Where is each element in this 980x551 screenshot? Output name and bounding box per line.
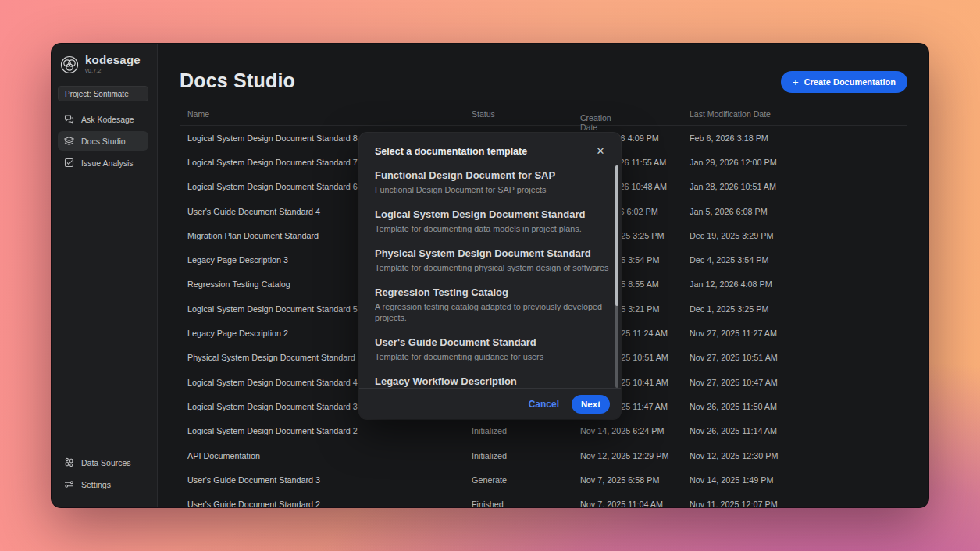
project-label: Project: Sontimate bbox=[65, 90, 129, 98]
next-button[interactable]: Next bbox=[572, 395, 610, 414]
template-title: Legacy Workflow Description bbox=[375, 375, 610, 388]
plus-icon: + bbox=[793, 77, 799, 87]
sidebar-item-label: Docs Studio bbox=[81, 137, 126, 146]
doc-name: API Documentation bbox=[187, 451, 260, 460]
doc-status: Initialized bbox=[472, 451, 507, 460]
sidebar-footer-nav: Data Sources Settings bbox=[58, 453, 148, 496]
template-option-legacy-workflow[interactable]: Legacy Workflow Description Template for… bbox=[375, 375, 610, 388]
doc-modified: Nov 27, 2025 10:47 AM bbox=[690, 378, 778, 387]
sidebar-item-label: Settings bbox=[81, 480, 111, 489]
table-header: Name Status Creation Date↓ Last Modifica… bbox=[180, 105, 907, 126]
template-option-users-guide[interactable]: User's Guide Document Standard Template … bbox=[375, 336, 610, 362]
column-header-status[interactable]: Status bbox=[472, 109, 495, 119]
doc-modified: Nov 27, 2025 10:51 AM bbox=[690, 353, 778, 362]
template-description: A regression testing catalog adapted to … bbox=[375, 301, 610, 323]
template-description: Template for documenting data models in … bbox=[375, 223, 610, 234]
template-description: Template for documenting guidance for us… bbox=[375, 351, 610, 362]
template-title: Physical System Design Document Standard bbox=[375, 247, 610, 260]
doc-name: Logical System Design Document Standard … bbox=[187, 304, 358, 314]
check-square-icon bbox=[64, 158, 74, 168]
doc-modified: Nov 26, 2025 11:14 AM bbox=[690, 426, 777, 435]
sidebar-item-docs-studio[interactable]: Docs Studio bbox=[58, 131, 148, 151]
doc-name: Logical System Design Document Standard … bbox=[187, 182, 358, 191]
doc-created: Nov 7, 2025 11:04 AM bbox=[580, 499, 663, 507]
sidebar-item-label: Data Sources bbox=[81, 458, 131, 467]
project-selector[interactable]: Project: Sontimate bbox=[58, 86, 148, 101]
cancel-button[interactable]: Cancel bbox=[529, 399, 559, 410]
doc-created: Nov 7, 2025 6:58 PM bbox=[580, 475, 659, 485]
template-title: Regression Testing Catalog bbox=[375, 286, 610, 299]
database-icon bbox=[64, 457, 74, 467]
doc-name: Regression Testing Catalog bbox=[187, 279, 290, 289]
doc-status: Finished bbox=[472, 499, 504, 507]
doc-name: User's Guide Document Standard 3 bbox=[187, 475, 320, 485]
app-version: v0.7.2 bbox=[85, 67, 141, 74]
doc-modified: Jan 5, 2026 6:08 PM bbox=[690, 207, 768, 216]
column-header-name[interactable]: Name bbox=[187, 109, 209, 119]
app-name: kodesage bbox=[85, 53, 141, 66]
doc-modified: Nov 11, 2025 12:07 PM bbox=[690, 499, 778, 507]
doc-name: Logical System Design Document Standard … bbox=[187, 158, 358, 167]
doc-status: Initialized bbox=[472, 426, 507, 435]
doc-status: Generate bbox=[472, 475, 507, 485]
template-option-functional-design-sap[interactable]: Functional Design Document for SAP Funct… bbox=[375, 169, 610, 195]
doc-created: Nov 14, 2025 6:24 PM bbox=[580, 426, 664, 435]
template-description: Template for documenting physical system… bbox=[375, 262, 610, 273]
doc-modified: Dec 4, 2025 3:54 PM bbox=[690, 255, 768, 265]
doc-modified: Jan 29, 2026 12:00 PM bbox=[690, 158, 777, 167]
table-row[interactable]: User's Guide Document Standard 3Generate… bbox=[180, 467, 907, 492]
doc-modified: Dec 19, 2025 3:29 PM bbox=[690, 231, 773, 240]
doc-name: Legacy Page Description 2 bbox=[187, 329, 288, 338]
template-option-physical-system-design[interactable]: Physical System Design Document Standard… bbox=[375, 247, 610, 273]
sidebar-item-data-sources[interactable]: Data Sources bbox=[58, 453, 148, 472]
doc-modified: Nov 14, 2025 1:49 PM bbox=[690, 475, 773, 485]
modal-scrollbar[interactable] bbox=[615, 165, 618, 388]
doc-modified: Jan 28, 2026 10:51 AM bbox=[690, 182, 776, 191]
table-row[interactable]: Logical System Design Document Standard … bbox=[180, 419, 907, 443]
doc-modified: Jan 12, 2026 4:08 PM bbox=[690, 279, 772, 289]
sort-descending-icon: ↓ bbox=[584, 113, 588, 123]
sidebar-item-settings[interactable]: Settings bbox=[58, 475, 148, 494]
column-header-last-modification-date[interactable]: Last Modification Date bbox=[690, 109, 771, 119]
create-documentation-label: Create Documentation bbox=[804, 77, 896, 87]
template-title: User's Guide Document Standard bbox=[375, 336, 610, 349]
table-row[interactable]: API DocumentationInitializedNov 12, 2025… bbox=[180, 443, 907, 467]
brand-text: kodesage v0.7.2 bbox=[85, 53, 141, 74]
doc-created: Nov 12, 2025 12:29 PM bbox=[580, 451, 668, 460]
template-option-logical-system-design[interactable]: Logical System Design Document Standard … bbox=[375, 208, 610, 234]
sidebar-item-ask-kodesage[interactable]: Ask Kodesage bbox=[58, 109, 148, 129]
table-row[interactable]: User's Guide Document Standard 2Finished… bbox=[180, 492, 907, 507]
doc-name: Logical System Design Document Standard … bbox=[187, 133, 358, 143]
close-icon[interactable]: ✕ bbox=[592, 142, 609, 159]
sidebar-item-label: Issue Analysis bbox=[81, 158, 134, 168]
sidebar-nav: Ask Kodesage Docs Studio Issue Analysis bbox=[58, 109, 148, 175]
page-title: Docs Studio bbox=[180, 69, 295, 92]
template-title: Functional Design Document for SAP bbox=[375, 169, 610, 182]
create-documentation-button[interactable]: + Create Documentation bbox=[781, 71, 907, 93]
doc-modified: Feb 6, 2026 3:18 PM bbox=[690, 133, 768, 143]
doc-name: User's Guide Document Standard 4 bbox=[187, 207, 320, 216]
sliders-icon bbox=[64, 479, 74, 489]
kodesage-logo-icon bbox=[59, 55, 80, 75]
doc-modified: Nov 12, 2025 12:30 PM bbox=[690, 451, 778, 460]
doc-name: User's Guide Document Standard 2 bbox=[187, 499, 320, 507]
template-title: Logical System Design Document Standard bbox=[375, 208, 610, 221]
doc-name: Physical System Design Document Standard bbox=[187, 353, 355, 362]
doc-name: Logical System Design Document Standard … bbox=[187, 402, 358, 411]
doc-name: Migration Plan Document Standard bbox=[187, 231, 319, 240]
select-template-dialog: Select a documentation template ✕ Functi… bbox=[359, 133, 621, 419]
doc-name: Logical System Design Document Standard … bbox=[187, 378, 358, 387]
template-option-regression-testing-catalog[interactable]: Regression Testing Catalog A regression … bbox=[375, 286, 610, 323]
brand: kodesage v0.7.2 bbox=[59, 53, 141, 75]
template-description: Functional Design Document for SAP proje… bbox=[375, 184, 610, 195]
sidebar: kodesage v0.7.2 Project: Sontimate Ask K… bbox=[52, 44, 158, 507]
layers-icon bbox=[64, 136, 74, 146]
doc-name: Logical System Design Document Standard … bbox=[187, 426, 358, 435]
sidebar-item-issue-analysis[interactable]: Issue Analysis bbox=[58, 153, 148, 172]
doc-modified: Nov 26, 2025 11:50 AM bbox=[690, 402, 777, 411]
modal-scrollbar-thumb[interactable] bbox=[615, 165, 618, 306]
dialog-title: Select a documentation template bbox=[375, 146, 527, 157]
chat-icon bbox=[64, 114, 74, 124]
template-list: Functional Design Document for SAP Funct… bbox=[375, 169, 610, 388]
dialog-footer: Cancel Next bbox=[359, 388, 621, 419]
